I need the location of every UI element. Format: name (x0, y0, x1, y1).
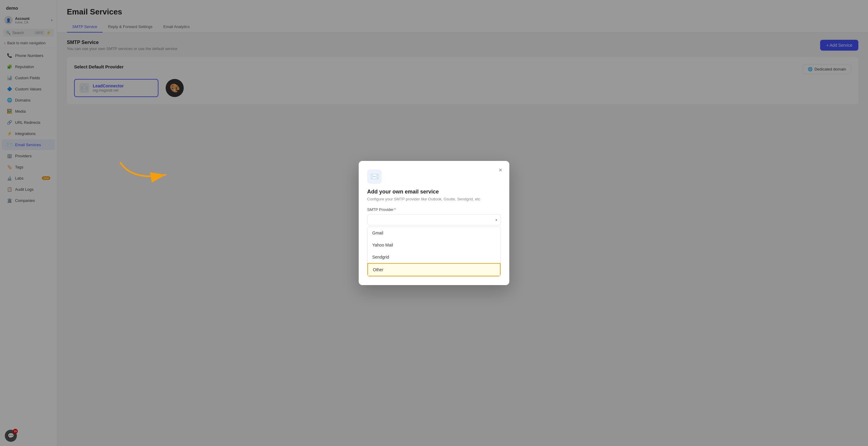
dropdown-option-other[interactable]: Other (367, 263, 501, 276)
modal-title: Add your own email service (367, 189, 501, 195)
add-service-modal: ✕ ✉️ Add your own email service Configur… (359, 161, 509, 285)
modal-close-button[interactable]: ✕ (496, 166, 504, 174)
dropdown-option-yahoo[interactable]: Yahoo Mail (367, 239, 501, 251)
dropdown-option-sendgrid[interactable]: Sendgrid (367, 251, 501, 263)
smtp-provider-select[interactable] (367, 214, 501, 226)
modal-overlay[interactable]: ✕ ✉️ Add your own email service Configur… (0, 0, 868, 446)
smtp-provider-dropdown: GmailYahoo MailSendgridOther (367, 227, 501, 277)
dropdown-option-gmail[interactable]: Gmail (367, 227, 501, 239)
smtp-provider-label: SMTP Provider* (367, 207, 501, 212)
smtp-provider-select-wrapper: ▾ (367, 214, 501, 226)
modal-email-icon: ✉️ (367, 169, 381, 184)
modal-subtitle: Configure your SMTP provider like Outloo… (367, 197, 501, 201)
